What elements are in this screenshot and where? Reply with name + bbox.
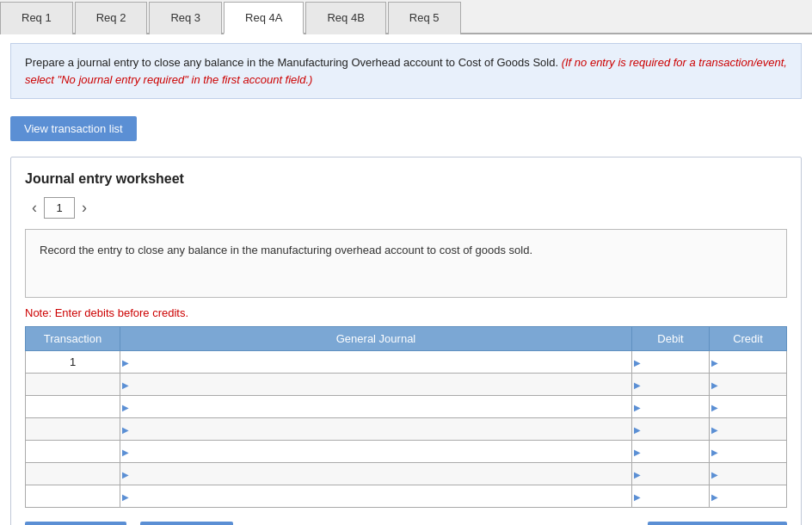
credit-input[interactable] — [710, 418, 786, 440]
transaction-cell — [26, 485, 120, 508]
debit-cell[interactable] — [632, 441, 710, 463]
description-box: Record the entry to close any balance in… — [25, 229, 787, 298]
debit-input[interactable] — [632, 485, 709, 507]
general-journal-input[interactable] — [120, 418, 631, 440]
debit-input[interactable] — [632, 351, 709, 373]
view-general-journal-button[interactable]: View general journal — [648, 522, 787, 525]
journal-table: Transaction General Journal Debit Credit… — [25, 326, 787, 508]
debit-cell[interactable] — [632, 374, 710, 396]
credit-input[interactable] — [710, 374, 786, 395]
view-transaction-button[interactable]: View transaction list — [10, 116, 137, 141]
tab-req4a[interactable]: Req 4A — [224, 2, 304, 34]
table-row — [26, 396, 787, 418]
next-page-button[interactable]: › — [75, 199, 94, 217]
credit-cell[interactable] — [710, 485, 787, 508]
debit-input[interactable] — [632, 418, 709, 440]
table-row — [26, 374, 787, 396]
general-journal-input[interactable] — [120, 441, 631, 462]
credit-cell[interactable] — [710, 351, 787, 374]
tab-req4b[interactable]: Req 4B — [305, 2, 385, 34]
credit-cell[interactable] — [710, 374, 787, 396]
credit-cell[interactable] — [710, 396, 787, 418]
col-header-general-journal: General Journal — [120, 327, 632, 351]
note-text: Note: Enter debits before credits. — [25, 306, 787, 319]
transaction-cell — [26, 441, 120, 463]
page-number: 1 — [44, 197, 75, 219]
prev-page-button[interactable]: ‹ — [25, 199, 44, 217]
tab-bar: Req 1Req 2Req 3Req 4AReq 4BReq 5 — [0, 0, 812, 34]
debit-cell[interactable] — [632, 396, 710, 418]
transaction-cell: 1 — [26, 351, 120, 374]
credit-input[interactable] — [710, 351, 786, 373]
credit-input[interactable] — [710, 396, 786, 417]
credit-cell[interactable] — [710, 463, 787, 485]
bottom-buttons: Record entry Clear entry View general jo… — [25, 522, 787, 525]
description-text: Record the entry to close any balance in… — [40, 244, 532, 256]
debit-input[interactable] — [632, 396, 709, 417]
clear-entry-button[interactable]: Clear entry — [140, 522, 233, 525]
table-row: 1 — [26, 351, 787, 374]
debit-input[interactable] — [632, 463, 709, 485]
transaction-cell — [26, 374, 120, 396]
debit-cell[interactable] — [632, 485, 710, 508]
general-journal-cell[interactable] — [120, 441, 632, 463]
table-row — [26, 463, 787, 485]
general-journal-cell[interactable] — [120, 418, 632, 441]
worksheet-panel: Journal entry worksheet ‹ 1 › Record the… — [10, 157, 802, 525]
general-journal-cell[interactable] — [120, 463, 632, 485]
transaction-cell — [26, 463, 120, 485]
debit-input[interactable] — [632, 374, 709, 395]
tab-req2[interactable]: Req 2 — [75, 2, 148, 34]
debit-input[interactable] — [632, 441, 709, 462]
instruction-box: Prepare a journal entry to close any bal… — [10, 43, 802, 99]
nav-row: ‹ 1 › — [25, 197, 787, 219]
general-journal-input[interactable] — [120, 485, 631, 507]
col-header-credit: Credit — [710, 327, 787, 351]
col-header-transaction: Transaction — [26, 327, 120, 351]
tab-req3[interactable]: Req 3 — [149, 2, 222, 34]
general-journal-cell[interactable] — [120, 396, 632, 418]
general-journal-input[interactable] — [120, 374, 631, 395]
table-row — [26, 418, 787, 441]
debit-cell[interactable] — [632, 418, 710, 441]
general-journal-input[interactable] — [120, 463, 631, 485]
transaction-cell — [26, 418, 120, 441]
transaction-cell — [26, 396, 120, 418]
credit-input[interactable] — [710, 441, 786, 462]
debit-cell[interactable] — [632, 351, 710, 374]
credit-cell[interactable] — [710, 418, 787, 441]
general-journal-cell[interactable] — [120, 374, 632, 396]
general-journal-cell[interactable] — [120, 485, 632, 508]
record-entry-button[interactable]: Record entry — [25, 522, 126, 525]
credit-input[interactable] — [710, 485, 786, 507]
worksheet-title: Journal entry worksheet — [25, 171, 787, 187]
credit-cell[interactable] — [710, 441, 787, 463]
general-journal-input[interactable] — [120, 351, 631, 373]
tab-req5[interactable]: Req 5 — [388, 2, 461, 34]
credit-input[interactable] — [710, 463, 786, 485]
table-row — [26, 485, 787, 508]
debit-cell[interactable] — [632, 463, 710, 485]
instruction-main-text: Prepare a journal entry to close any bal… — [25, 56, 558, 69]
general-journal-input[interactable] — [120, 396, 631, 417]
col-header-debit: Debit — [632, 327, 710, 351]
tab-req1[interactable]: Req 1 — [0, 2, 73, 34]
general-journal-cell[interactable] — [120, 351, 632, 374]
table-row — [26, 441, 787, 463]
